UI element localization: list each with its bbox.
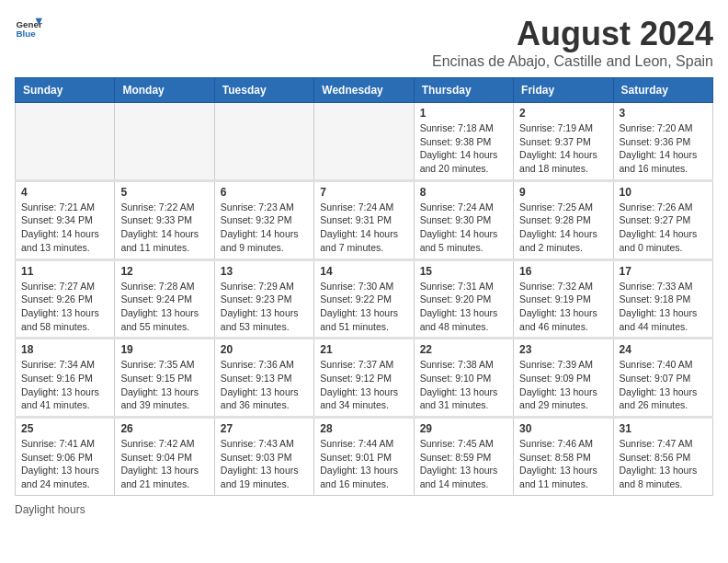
header-day-thursday: Thursday — [414, 78, 513, 103]
day-number: 22 — [420, 343, 507, 356]
day-number: 29 — [420, 422, 507, 435]
day-number: 26 — [120, 422, 208, 435]
logo-icon: General Blue — [15, 15, 42, 42]
day-info: Sunrise: 7:27 AMSunset: 9:26 PMDaylight:… — [21, 280, 108, 334]
day-number: 15 — [420, 265, 507, 278]
calendar-cell: 1Sunrise: 7:18 AMSunset: 9:38 PMDaylight… — [414, 103, 513, 181]
calendar-cell: 27Sunrise: 7:43 AMSunset: 9:03 PMDayligh… — [214, 418, 313, 496]
day-info: Sunrise: 7:25 AMSunset: 9:28 PMDaylight:… — [519, 201, 607, 255]
day-info: Sunrise: 7:24 AMSunset: 9:30 PMDaylight:… — [420, 201, 507, 255]
calendar-cell: 31Sunrise: 7:47 AMSunset: 8:56 PMDayligh… — [613, 418, 712, 496]
day-number: 4 — [21, 186, 108, 199]
day-number: 12 — [120, 265, 208, 278]
day-number: 7 — [320, 186, 407, 199]
calendar-cell: 29Sunrise: 7:45 AMSunset: 8:59 PMDayligh… — [414, 418, 513, 496]
calendar-cell: 8Sunrise: 7:24 AMSunset: 9:30 PMDaylight… — [414, 180, 513, 259]
header-day-monday: Monday — [115, 78, 214, 103]
day-info: Sunrise: 7:34 AMSunset: 9:16 PMDaylight:… — [21, 358, 108, 412]
calendar-cell: 25Sunrise: 7:41 AMSunset: 9:06 PMDayligh… — [16, 418, 115, 496]
calendar-cell: 14Sunrise: 7:30 AMSunset: 9:22 PMDayligh… — [314, 259, 414, 339]
day-info: Sunrise: 7:18 AMSunset: 9:38 PMDaylight:… — [420, 121, 507, 176]
calendar-cell: 18Sunrise: 7:34 AMSunset: 9:16 PMDayligh… — [16, 339, 115, 418]
day-number: 28 — [320, 422, 407, 435]
calendar-cell: 28Sunrise: 7:44 AMSunset: 9:01 PMDayligh… — [314, 418, 414, 496]
day-info: Sunrise: 7:46 AMSunset: 8:58 PMDaylight:… — [519, 437, 607, 491]
day-number: 3 — [620, 107, 707, 120]
calendar-cell: 9Sunrise: 7:25 AMSunset: 9:28 PMDaylight… — [514, 180, 613, 259]
header: General Blue August 2024 Encinas de Abaj… — [15, 15, 713, 70]
day-info: Sunrise: 7:26 AMSunset: 9:27 PMDaylight:… — [620, 201, 707, 255]
week-row-4: 18Sunrise: 7:34 AMSunset: 9:16 PMDayligh… — [16, 339, 713, 418]
day-number: 17 — [620, 265, 707, 278]
calendar-cell: 4Sunrise: 7:21 AMSunset: 9:34 PMDaylight… — [16, 180, 115, 259]
calendar-cell: 22Sunrise: 7:38 AMSunset: 9:10 PMDayligh… — [414, 339, 513, 418]
calendar: SundayMondayTuesdayWednesdayThursdayFrid… — [15, 77, 713, 496]
day-number: 11 — [21, 265, 108, 278]
day-number: 23 — [519, 343, 607, 356]
calendar-cell: 15Sunrise: 7:31 AMSunset: 9:20 PMDayligh… — [414, 259, 513, 339]
day-info: Sunrise: 7:30 AMSunset: 9:22 PMDaylight:… — [320, 280, 407, 334]
day-number: 21 — [320, 343, 407, 356]
calendar-cell: 17Sunrise: 7:33 AMSunset: 9:18 PMDayligh… — [613, 259, 712, 339]
week-row-3: 11Sunrise: 7:27 AMSunset: 9:26 PMDayligh… — [16, 259, 713, 339]
calendar-cell: 24Sunrise: 7:40 AMSunset: 9:07 PMDayligh… — [613, 339, 712, 418]
calendar-cell: 21Sunrise: 7:37 AMSunset: 9:12 PMDayligh… — [314, 339, 414, 418]
day-number: 18 — [21, 343, 108, 356]
calendar-cell: 16Sunrise: 7:32 AMSunset: 9:19 PMDayligh… — [514, 259, 613, 339]
calendar-cell: 6Sunrise: 7:23 AMSunset: 9:32 PMDaylight… — [214, 180, 313, 259]
day-info: Sunrise: 7:42 AMSunset: 9:04 PMDaylight:… — [120, 437, 208, 491]
calendar-cell — [314, 103, 414, 181]
calendar-cell — [16, 103, 115, 181]
header-day-wednesday: Wednesday — [314, 78, 414, 103]
day-number: 14 — [320, 265, 407, 278]
calendar-cell: 3Sunrise: 7:20 AMSunset: 9:36 PMDaylight… — [613, 103, 712, 181]
day-info: Sunrise: 7:33 AMSunset: 9:18 PMDaylight:… — [620, 280, 707, 334]
day-info: Sunrise: 7:47 AMSunset: 8:56 PMDaylight:… — [620, 437, 707, 491]
day-number: 5 — [120, 186, 208, 199]
day-info: Sunrise: 7:22 AMSunset: 9:33 PMDaylight:… — [120, 201, 208, 255]
day-info: Sunrise: 7:28 AMSunset: 9:24 PMDaylight:… — [120, 280, 208, 334]
day-number: 2 — [519, 107, 607, 120]
day-info: Sunrise: 7:31 AMSunset: 9:20 PMDaylight:… — [420, 280, 507, 334]
day-number: 8 — [420, 186, 507, 199]
calendar-cell: 23Sunrise: 7:39 AMSunset: 9:09 PMDayligh… — [514, 339, 613, 418]
day-number: 24 — [620, 343, 707, 356]
day-info: Sunrise: 7:38 AMSunset: 9:10 PMDaylight:… — [420, 358, 507, 412]
calendar-cell: 11Sunrise: 7:27 AMSunset: 9:26 PMDayligh… — [16, 259, 115, 339]
day-number: 1 — [420, 107, 507, 120]
day-info: Sunrise: 7:40 AMSunset: 9:07 PMDaylight:… — [620, 358, 707, 412]
header-day-friday: Friday — [514, 78, 613, 103]
svg-text:Blue: Blue — [17, 29, 37, 39]
day-number: 20 — [221, 343, 308, 356]
calendar-cell: 20Sunrise: 7:36 AMSunset: 9:13 PMDayligh… — [214, 339, 313, 418]
day-number: 9 — [519, 186, 607, 199]
calendar-cell: 2Sunrise: 7:19 AMSunset: 9:37 PMDaylight… — [514, 103, 613, 181]
day-info: Sunrise: 7:20 AMSunset: 9:36 PMDaylight:… — [620, 121, 707, 176]
week-row-1: 1Sunrise: 7:18 AMSunset: 9:38 PMDaylight… — [16, 103, 713, 181]
subtitle: Encinas de Abajo, Castille and Leon, Spa… — [432, 53, 713, 70]
day-info: Sunrise: 7:37 AMSunset: 9:12 PMDaylight:… — [320, 358, 407, 412]
calendar-cell: 19Sunrise: 7:35 AMSunset: 9:15 PMDayligh… — [115, 339, 214, 418]
header-row: SundayMondayTuesdayWednesdayThursdayFrid… — [16, 78, 713, 103]
day-info: Sunrise: 7:45 AMSunset: 8:59 PMDaylight:… — [420, 437, 507, 491]
day-number: 19 — [120, 343, 208, 356]
day-number: 27 — [221, 422, 308, 435]
calendar-cell: 12Sunrise: 7:28 AMSunset: 9:24 PMDayligh… — [115, 259, 214, 339]
calendar-cell: 10Sunrise: 7:26 AMSunset: 9:27 PMDayligh… — [613, 180, 712, 259]
day-info: Sunrise: 7:32 AMSunset: 9:19 PMDaylight:… — [519, 280, 607, 334]
day-info: Sunrise: 7:39 AMSunset: 9:09 PMDaylight:… — [519, 358, 607, 412]
day-info: Sunrise: 7:21 AMSunset: 9:34 PMDaylight:… — [21, 201, 108, 255]
day-number: 31 — [620, 422, 707, 435]
day-info: Sunrise: 7:29 AMSunset: 9:23 PMDaylight:… — [221, 280, 308, 334]
calendar-cell: 13Sunrise: 7:29 AMSunset: 9:23 PMDayligh… — [214, 259, 313, 339]
day-info: Sunrise: 7:24 AMSunset: 9:31 PMDaylight:… — [320, 201, 407, 255]
day-number: 16 — [519, 265, 607, 278]
day-number: 10 — [620, 186, 707, 199]
calendar-cell: 26Sunrise: 7:42 AMSunset: 9:04 PMDayligh… — [115, 418, 214, 496]
calendar-cell: 5Sunrise: 7:22 AMSunset: 9:33 PMDaylight… — [115, 180, 214, 259]
day-info: Sunrise: 7:43 AMSunset: 9:03 PMDaylight:… — [221, 437, 308, 491]
day-info: Sunrise: 7:36 AMSunset: 9:13 PMDaylight:… — [221, 358, 308, 412]
week-row-5: 25Sunrise: 7:41 AMSunset: 9:06 PMDayligh… — [16, 418, 713, 496]
calendar-cell: 30Sunrise: 7:46 AMSunset: 8:58 PMDayligh… — [514, 418, 613, 496]
day-info: Sunrise: 7:23 AMSunset: 9:32 PMDaylight:… — [221, 201, 308, 255]
